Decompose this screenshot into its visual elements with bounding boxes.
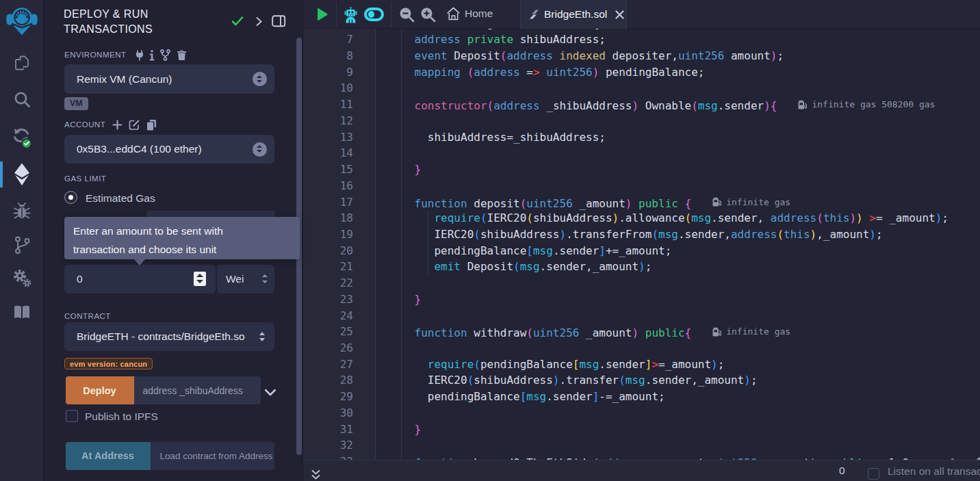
code-line-24 bbox=[401, 308, 980, 324]
gas-annotation: infinite gas 508200 gas bbox=[798, 96, 935, 113]
code-lines: contract BridgeETH is Ownable{ address p… bbox=[375, 29, 980, 460]
zoom-out-icon[interactable] bbox=[399, 7, 415, 25]
code-editor[interactable]: 6789101112131415161718192021222324252627… bbox=[303, 29, 980, 460]
deploy-param-input[interactable] bbox=[143, 376, 256, 404]
publish-ipfs-checkbox[interactable] bbox=[66, 410, 78, 422]
code-line-30 bbox=[401, 405, 980, 421]
tab-bridgeeth[interactable]: BridgeEth.sol bbox=[520, 0, 627, 29]
delete-environments-icon[interactable] bbox=[177, 49, 187, 64]
solidity-file-icon bbox=[530, 10, 539, 19]
code-line-29: pendingBalance[msg.sender]-=_amount; bbox=[401, 389, 980, 405]
listen-transactions-label: Listen on all transactions bbox=[888, 465, 980, 478]
deploy-run-icon[interactable] bbox=[0, 163, 44, 186]
at-address-button[interactable]: At Address bbox=[66, 442, 151, 470]
evm-version-badge: evm version: cancun bbox=[64, 358, 153, 369]
code-line-28: IERC20(shibuAddress).transfer(msg.sender… bbox=[401, 372, 980, 389]
ai-toggle[interactable] bbox=[364, 8, 384, 22]
code-line-12 bbox=[401, 113, 980, 129]
select-updown-icon bbox=[253, 72, 267, 86]
settings-icon[interactable] bbox=[0, 268, 44, 289]
gas-limit-label: GAS LIMIT bbox=[64, 174, 106, 183]
code-line-33: function burnedOnTheEthSide(address _acc… bbox=[401, 454, 980, 460]
expand-terminal-icon[interactable] bbox=[311, 469, 321, 481]
copy-account-icon[interactable] bbox=[146, 119, 157, 133]
panel-title-line1: DEPLOY & RUN bbox=[64, 7, 235, 22]
terminal-bar[interactable]: 0 Listen on all transactions bbox=[303, 460, 980, 481]
code-line-15: } bbox=[401, 161, 980, 178]
code-line-32 bbox=[401, 437, 980, 454]
add-account-icon[interactable] bbox=[112, 120, 122, 133]
transaction-count-badge: 0 bbox=[839, 465, 845, 477]
at-address-wrap bbox=[151, 442, 275, 470]
search-icon[interactable] bbox=[0, 90, 44, 109]
unit-select[interactable]: Wei bbox=[217, 265, 274, 294]
code-line-16 bbox=[401, 178, 980, 194]
value-spinner[interactable] bbox=[194, 272, 206, 286]
code-line-27: require(pendingBalance[msg.sender]>=_amo… bbox=[401, 356, 980, 373]
value-tooltip: Enter an amount to be sent with transact… bbox=[64, 217, 300, 259]
run-script-icon[interactable] bbox=[316, 8, 328, 24]
account-select[interactable]: 0x5B3...eddC4 (100 ether) bbox=[64, 135, 274, 164]
home-icon[interactable] bbox=[446, 7, 461, 23]
estimated-gas-radio[interactable] bbox=[64, 191, 77, 204]
code-line-18: require(IERC20(shibuAddress).allowance(m… bbox=[401, 210, 980, 226]
code-line-25: function withdraw(uint256 _amount) publi… bbox=[401, 324, 980, 340]
plug-icon[interactable] bbox=[135, 50, 144, 64]
tab-bar: Home BridgeEth.sol bbox=[303, 0, 980, 29]
learn-icon[interactable] bbox=[0, 304, 44, 322]
value-input[interactable] bbox=[77, 265, 186, 294]
code-line-8: event Deposit(address indexed depositer,… bbox=[401, 48, 980, 64]
editor-area: Home BridgeEth.sol 678910111213141516171… bbox=[303, 0, 980, 481]
code-line-11: constructor(address _shibuAddress) Ownab… bbox=[401, 96, 980, 113]
environment-select-value: Remix VM (Cancun) bbox=[64, 73, 253, 86]
contract-select[interactable]: BridgeETH - contracts/BridgeEth.so bbox=[64, 322, 274, 351]
code-line-23: } bbox=[401, 291, 980, 308]
code-line-19: IERC20(shibuAddress).transferFrom(msg.se… bbox=[401, 226, 980, 243]
tooltip-text-line2: transaction and choose its unit bbox=[73, 241, 291, 259]
toolbar-separator bbox=[336, 2, 337, 27]
deploy-run-panel: DEPLOY & RUN TRANSACTIONS ENVIRONMENT bbox=[44, 0, 302, 481]
code-line-13: shibuAddress=_shibuAddress; bbox=[401, 129, 980, 146]
fork-environment-icon[interactable] bbox=[160, 49, 170, 64]
deploy-param-wrap bbox=[134, 376, 261, 404]
panel-title: DEPLOY & RUN TRANSACTIONS bbox=[64, 7, 235, 36]
estimated-gas-label: Estimated Gas bbox=[86, 192, 155, 205]
line-numbers: 6789101112131415161718192021222324252627… bbox=[303, 29, 353, 460]
collapse-panel-icon[interactable] bbox=[255, 16, 263, 29]
gas-annotation: infinite gas bbox=[977, 454, 980, 460]
zoom-in-icon[interactable] bbox=[420, 7, 436, 25]
close-tab-icon[interactable] bbox=[615, 10, 624, 19]
info-icon[interactable] bbox=[149, 50, 155, 64]
icon-rail bbox=[0, 0, 44, 481]
pin-panel-icon[interactable] bbox=[272, 15, 286, 30]
environment-select[interactable]: Remix VM (Cancun) bbox=[64, 64, 274, 94]
code-line-26 bbox=[401, 340, 980, 356]
solidity-compiler-icon[interactable] bbox=[0, 127, 44, 149]
listen-transactions-checkbox[interactable] bbox=[868, 468, 879, 480]
tooltip-arrow bbox=[134, 259, 145, 265]
sign-message-icon[interactable] bbox=[129, 119, 140, 133]
active-plugin-indicator bbox=[0, 161, 3, 187]
deploy-button[interactable]: Deploy bbox=[66, 376, 134, 404]
panel-title-line2: TRANSACTIONS bbox=[64, 22, 235, 37]
remix-logo[interactable] bbox=[0, 6, 44, 38]
ai-copilot-icon[interactable] bbox=[344, 7, 357, 26]
gas-annotation: infinite gas bbox=[712, 194, 790, 211]
value-input-wrap bbox=[64, 265, 216, 294]
account-select-value: 0x5B3...eddC4 (100 ether) bbox=[64, 143, 253, 155]
file-explorer-icon[interactable] bbox=[0, 53, 44, 73]
home-tab-label[interactable]: Home bbox=[465, 8, 493, 20]
at-address-input[interactable] bbox=[160, 442, 272, 470]
expand-deploy-icon[interactable] bbox=[264, 387, 276, 399]
toolbar-separator bbox=[391, 2, 391, 27]
code-line-10 bbox=[401, 80, 980, 96]
tooltip-text-line1: Enter an amount to be sent with bbox=[73, 222, 291, 241]
debugger-icon[interactable] bbox=[0, 202, 44, 221]
code-line-7: address private shibuAddress; bbox=[401, 31, 980, 48]
select-updown-icon bbox=[261, 274, 268, 285]
git-icon[interactable] bbox=[0, 235, 44, 255]
code-line-22 bbox=[401, 275, 980, 291]
unit-select-value: Wei bbox=[217, 273, 261, 285]
code-line-9: mapping (address => uint256) pendingBala… bbox=[401, 64, 980, 81]
code-line-21: emit Deposit(msg.sender,_amount); bbox=[401, 259, 980, 275]
